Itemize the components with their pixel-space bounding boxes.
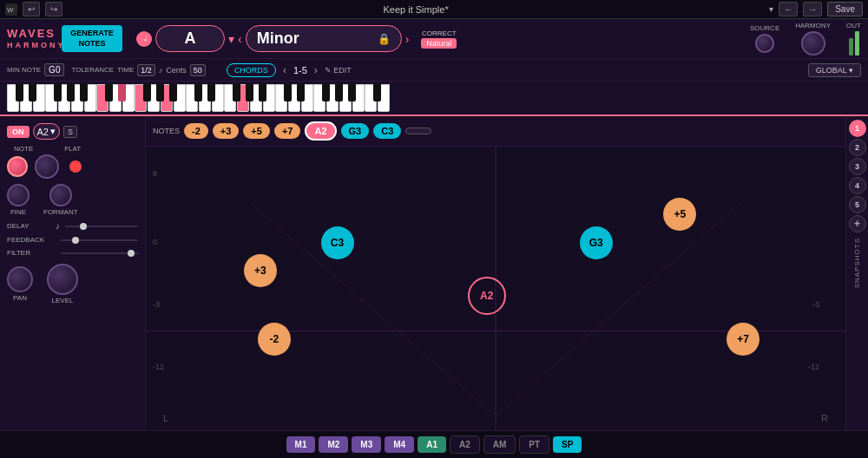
generate-notes-button[interactable]: GENERATE NOTES	[62, 25, 122, 52]
on-button[interactable]: ON	[7, 126, 30, 138]
tab-m2[interactable]: M2	[319, 436, 348, 453]
snapshot-3[interactable]: 3	[849, 158, 866, 175]
save-button[interactable]: Save	[827, 2, 863, 16]
piano-key-g2s[interactable]	[156, 84, 164, 101]
delay-icon: ♪	[56, 221, 60, 231]
tab-m4[interactable]: M4	[385, 436, 414, 453]
arrow-right-button[interactable]: →	[803, 2, 822, 16]
tab-m1[interactable]: M1	[286, 436, 316, 453]
time-select[interactable]: 1/2	[137, 64, 155, 76]
source-label: SOURCE	[750, 24, 779, 32]
source-knob[interactable]	[755, 34, 774, 53]
scale-left-arrow[interactable]: ‹	[238, 32, 242, 46]
level-knob[interactable]	[47, 264, 78, 295]
node-g3[interactable]: G3	[580, 226, 613, 259]
node-c3[interactable]: C3	[321, 226, 354, 259]
note-knob[interactable]	[35, 154, 59, 179]
voice-select[interactable]: A2 ▾	[33, 123, 60, 140]
tab-sp[interactable]: SP	[553, 436, 582, 453]
snapshot-add[interactable]: +	[849, 215, 866, 232]
note-plus3[interactable]: +3	[213, 123, 240, 139]
chords-button[interactable]: CHORDS	[227, 63, 276, 77]
arrow-left-button[interactable]: ←	[779, 2, 798, 16]
solo-button[interactable]: S	[63, 126, 77, 138]
feedback-handle[interactable]	[72, 237, 79, 244]
chords-right-arrow[interactable]: ›	[314, 64, 318, 76]
piano-key-g4s[interactable]	[335, 84, 343, 101]
piano-key-c3s[interactable]	[194, 84, 202, 101]
piano-key-fs[interactable]	[54, 84, 62, 101]
piano-key-a3s[interactable]	[259, 84, 266, 101]
out-bar-2	[855, 31, 859, 56]
pitch-icon: 𝅘𝅥	[136, 31, 152, 47]
delay-slider[interactable]	[65, 226, 138, 227]
piano-key-d3s[interactable]	[207, 84, 215, 101]
piano-key-f3s[interactable]	[233, 84, 240, 101]
delay-handle[interactable]	[80, 223, 87, 230]
min-note-select[interactable]: G0	[44, 63, 64, 76]
piano-key-d2s[interactable]	[118, 84, 126, 101]
node-minus2[interactable]: -2	[258, 323, 291, 356]
undo-button[interactable]: ↩	[23, 2, 40, 16]
chords-left-arrow[interactable]: ‹	[283, 64, 286, 76]
piano-key-a4s[interactable]	[348, 84, 356, 101]
node-a2[interactable]: A2	[468, 277, 506, 315]
right-label: R	[821, 413, 828, 423]
note-minus2[interactable]: -2	[184, 123, 208, 139]
snapshot-2[interactable]: 2	[849, 139, 866, 156]
fine-knob[interactable]	[7, 184, 30, 206]
tab-pt[interactable]: PT	[519, 435, 549, 454]
piano-key-a2s[interactable]	[169, 84, 177, 101]
y-label-neg12-r: -12	[808, 363, 819, 371]
filter-slider[interactable]	[61, 252, 138, 254]
preset-title: Keep it Simple*	[68, 4, 764, 15]
fine-formant-row: FINE FORMANT	[7, 184, 138, 216]
cents-input[interactable]: 50	[190, 64, 206, 76]
pan-knob[interactable]	[7, 266, 33, 292]
y-label-6: 6	[153, 169, 157, 178]
note-a2[interactable]: A2	[305, 121, 336, 141]
waves-logo: WAVES HARMONY	[7, 27, 55, 49]
filter-handle[interactable]	[128, 250, 135, 257]
piano-key-g3s[interactable]	[246, 84, 253, 101]
note-g3[interactable]: G3	[341, 123, 370, 139]
scale-right-arrow[interactable]: ›	[405, 32, 410, 46]
piano-key-c5s[interactable]	[373, 84, 381, 101]
piano-key-c4s[interactable]	[284, 84, 292, 101]
key-dropdown[interactable]: ▾	[228, 32, 234, 46]
note-empty[interactable]	[405, 128, 431, 134]
redo-button[interactable]: ↪	[45, 2, 62, 16]
tab-a1[interactable]: A1	[418, 436, 446, 453]
harmony-knob[interactable]	[801, 31, 825, 56]
snapshot-1[interactable]: 1	[849, 120, 866, 137]
svg-line-4	[251, 203, 496, 415]
piano-key-gs[interactable]	[67, 84, 75, 101]
flat-dot[interactable]	[69, 160, 82, 173]
node-plus3[interactable]: +3	[244, 254, 277, 287]
piano-key-f4s[interactable]	[322, 84, 330, 101]
note-plus5[interactable]: +5	[243, 123, 270, 139]
tab-a2[interactable]: A2	[450, 435, 480, 454]
lock-icon[interactable]: 🔒	[378, 33, 391, 45]
note-plus7[interactable]: +7	[274, 123, 301, 139]
piano-key-d4s[interactable]	[297, 84, 305, 101]
snapshot-4[interactable]: 4	[849, 177, 866, 194]
snapshot-5[interactable]: 5	[849, 196, 866, 213]
dropdown-arrow[interactable]: ▾	[769, 4, 773, 14]
notes-label: NOTES	[153, 127, 180, 135]
tab-am[interactable]: AM	[483, 435, 516, 454]
note-label: NOTE	[14, 145, 33, 153]
piano-key-cs[interactable]	[16, 84, 23, 101]
formant-knob[interactable]	[49, 184, 72, 206]
global-button[interactable]: GLOBAL ▾	[808, 63, 861, 77]
piano-key-f2s[interactable]	[143, 84, 151, 101]
piano-key-c2s[interactable]	[105, 84, 113, 101]
piano-key-as[interactable]	[80, 84, 88, 101]
piano-key-ds[interactable]	[29, 84, 36, 101]
pitch-knob[interactable]	[7, 156, 28, 177]
tab-m3[interactable]: M3	[352, 436, 381, 453]
node-plus7[interactable]: +7	[727, 323, 760, 356]
feedback-slider[interactable]	[61, 239, 138, 241]
edit-button[interactable]: ✎ EDIT	[325, 66, 352, 75]
note-c3[interactable]: C3	[373, 123, 401, 139]
